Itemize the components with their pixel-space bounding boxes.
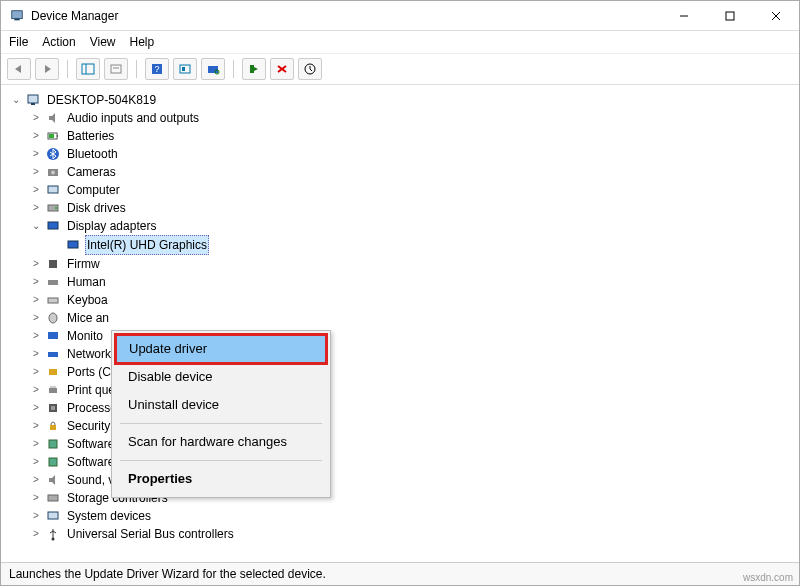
ctx-properties[interactable]: Properties xyxy=(114,465,328,493)
display-adapter-icon xyxy=(45,218,61,234)
close-button[interactable] xyxy=(753,1,799,31)
tree-item-label: Batteries xyxy=(65,127,116,145)
keyboard-icon xyxy=(45,292,61,308)
device-tree[interactable]: DESKTOP-504K819 Audio inputs and outputs… xyxy=(1,85,799,562)
firmware-icon xyxy=(45,256,61,272)
lock-icon xyxy=(45,418,61,434)
cpu-icon xyxy=(45,400,61,416)
tree-root[interactable]: DESKTOP-504K819 xyxy=(11,91,795,109)
expand-icon[interactable] xyxy=(11,91,21,109)
svg-point-27 xyxy=(51,171,55,175)
tree-item-bluetooth[interactable]: Bluetooth xyxy=(11,145,795,163)
expand-icon[interactable] xyxy=(31,273,41,291)
ctx-update-driver[interactable]: Update driver xyxy=(114,333,328,365)
tree-item-cameras[interactable]: Cameras xyxy=(11,163,795,181)
tree-item-label: Mice an xyxy=(65,309,111,327)
svg-rect-8 xyxy=(111,65,121,73)
expand-icon[interactable] xyxy=(31,525,41,543)
expand-icon[interactable] xyxy=(31,363,41,381)
tree-item-label: Firmw xyxy=(65,255,102,273)
scan-hardware-button[interactable] xyxy=(201,58,225,80)
ctx-disable-device[interactable]: Disable device xyxy=(114,363,328,391)
bluetooth-icon xyxy=(45,146,61,162)
menu-file[interactable]: File xyxy=(9,35,28,49)
tree-item-disk[interactable]: Disk drives xyxy=(11,199,795,217)
enable-device-button[interactable] xyxy=(242,58,266,80)
back-button[interactable] xyxy=(7,58,31,80)
expand-icon[interactable] xyxy=(31,145,41,163)
tree-item-hid[interactable]: Human xyxy=(11,273,795,291)
expand-icon[interactable] xyxy=(31,127,41,145)
minimize-button[interactable] xyxy=(661,1,707,31)
properties-button[interactable] xyxy=(104,58,128,80)
titlebar: Device Manager xyxy=(1,1,799,31)
network-icon xyxy=(45,346,61,362)
tree-item-label: System devices xyxy=(65,507,153,525)
expand-icon[interactable] xyxy=(31,309,41,327)
tree-item-batteries[interactable]: Batteries xyxy=(11,127,795,145)
maximize-button[interactable] xyxy=(707,1,753,31)
device-manager-window: Device Manager File Action View Help ? xyxy=(0,0,800,586)
expand-icon[interactable] xyxy=(31,381,41,399)
expand-icon[interactable] xyxy=(31,181,41,199)
tree-item-computer[interactable]: Computer xyxy=(11,181,795,199)
svg-point-30 xyxy=(55,207,57,209)
component-icon xyxy=(45,436,61,452)
computer-icon xyxy=(45,182,61,198)
svg-rect-43 xyxy=(51,406,55,410)
toolbar-icon[interactable] xyxy=(173,58,197,80)
expand-icon[interactable] xyxy=(31,163,41,181)
expand-icon[interactable] xyxy=(31,199,41,217)
ctx-scan-hardware[interactable]: Scan for hardware changes xyxy=(114,428,328,456)
tree-item-intel-uhd[interactable]: Intel(R) UHD Graphics xyxy=(11,235,795,255)
expand-icon[interactable] xyxy=(31,217,41,235)
svg-rect-44 xyxy=(50,425,56,430)
display-adapter-icon xyxy=(65,237,81,253)
expand-icon[interactable] xyxy=(31,471,41,489)
uninstall-device-button[interactable] xyxy=(270,58,294,80)
expand-icon[interactable] xyxy=(31,291,41,309)
expand-icon[interactable] xyxy=(31,507,41,525)
svg-rect-38 xyxy=(48,352,58,357)
menu-view[interactable]: View xyxy=(90,35,116,49)
tree-item-mice[interactable]: Mice an xyxy=(11,309,795,327)
tree-item-display-adapters[interactable]: Display adapters xyxy=(11,217,795,235)
tree-item-audio[interactable]: Audio inputs and outputs xyxy=(11,109,795,127)
ctx-uninstall-device[interactable]: Uninstall device xyxy=(114,391,328,419)
expand-icon[interactable] xyxy=(31,109,41,127)
tree-item-label: Network xyxy=(65,345,113,363)
menu-help[interactable]: Help xyxy=(130,35,155,49)
show-hide-tree-button[interactable] xyxy=(76,58,100,80)
hid-icon xyxy=(45,274,61,290)
svg-rect-16 xyxy=(250,65,254,73)
svg-rect-48 xyxy=(48,512,58,519)
expand-icon[interactable] xyxy=(31,435,41,453)
menu-action[interactable]: Action xyxy=(42,35,75,49)
window-title: Device Manager xyxy=(31,9,661,23)
tree-item-label: Display adapters xyxy=(65,217,158,235)
expand-icon[interactable] xyxy=(31,453,41,471)
forward-button[interactable] xyxy=(35,58,59,80)
expand-icon[interactable] xyxy=(31,327,41,345)
help-button[interactable]: ? xyxy=(145,58,169,80)
tree-item-usb[interactable]: Universal Serial Bus controllers xyxy=(11,525,795,543)
watermark: wsxdn.com xyxy=(743,572,793,583)
expand-icon[interactable] xyxy=(31,345,41,363)
svg-rect-34 xyxy=(48,280,58,285)
svg-rect-28 xyxy=(48,186,58,193)
monitor-icon xyxy=(45,328,61,344)
tree-item-label: Monito xyxy=(65,327,105,345)
expand-icon[interactable] xyxy=(31,417,41,435)
tree-item-system[interactable]: System devices xyxy=(11,507,795,525)
tree-item-firmware[interactable]: Firmw xyxy=(11,255,795,273)
expand-icon[interactable] xyxy=(31,399,41,417)
toolbar-separator xyxy=(233,60,234,78)
expand-icon[interactable] xyxy=(31,255,41,273)
expand-icon[interactable] xyxy=(31,489,41,507)
svg-point-49 xyxy=(52,538,55,541)
update-driver-button[interactable] xyxy=(298,58,322,80)
tree-item-label: Computer xyxy=(65,181,122,199)
tree-item-keyboards[interactable]: Keyboa xyxy=(11,291,795,309)
disk-icon xyxy=(45,200,61,216)
system-icon xyxy=(45,508,61,524)
